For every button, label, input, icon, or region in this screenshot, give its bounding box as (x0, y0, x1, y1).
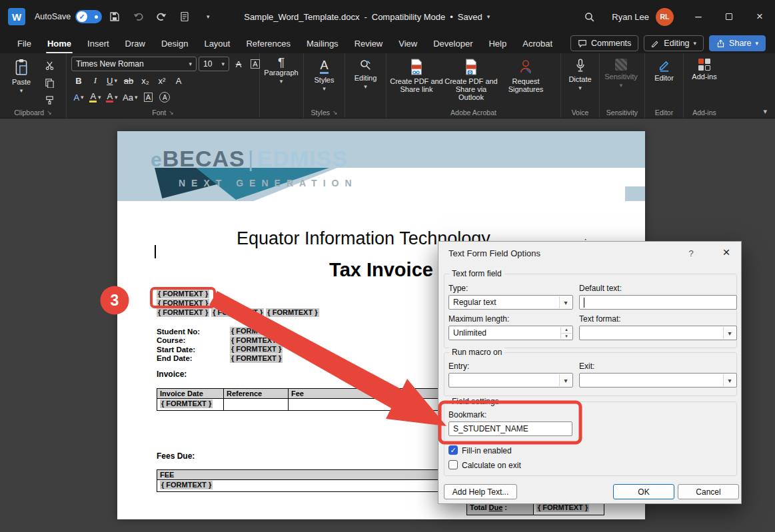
document-title[interactable]: Sample_Word_Template.docx - Compatibilit… (244, 12, 490, 22)
autosave-toggle[interactable]: ✓ (75, 10, 102, 23)
clipboard-group-label[interactable]: Clipboard↘ (0, 109, 66, 117)
font-color-button[interactable]: A▾ (105, 90, 119, 105)
quick-access-more-button[interactable]: ▾ (197, 6, 219, 27)
title-bullet: • (450, 12, 453, 22)
request-signatures-button[interactable]: Request Signatures (498, 57, 553, 93)
undo-button[interactable] (127, 6, 149, 27)
formtext-field[interactable]: { FORMTEXT } (266, 308, 319, 317)
tab-view[interactable]: View (390, 33, 425, 53)
fill-in-enabled-checkbox[interactable]: ✓ (448, 445, 458, 455)
enclose-characters-button[interactable]: A (157, 90, 172, 105)
tab-insert[interactable]: Insert (79, 33, 117, 53)
superscript-button[interactable]: x² (155, 73, 169, 88)
sensitivity-button[interactable]: Sensitivity ▾ (602, 57, 640, 89)
close-button[interactable]: × (744, 0, 775, 33)
exit-macro-select[interactable]: ▾ (579, 373, 737, 388)
tab-layout[interactable]: Layout (196, 33, 238, 53)
chevron-down-icon[interactable]: ▾ (723, 327, 736, 339)
editing-button[interactable]: Editing ▾ (348, 57, 383, 90)
search-icon (584, 11, 595, 23)
tab-draw[interactable]: Draw (117, 33, 153, 53)
addins-button[interactable]: Add-ins (686, 57, 722, 81)
font-size-select[interactable]: 10▾ (199, 57, 229, 71)
tab-review[interactable]: Review (347, 33, 391, 53)
formtext-field[interactable]: { FORMTEXT } (157, 299, 209, 308)
tab-references[interactable]: References (238, 33, 298, 53)
collapse-ribbon-button[interactable]: ▾ (763, 107, 767, 116)
calculate-on-exit-label[interactable]: Calculate on exit (462, 461, 521, 470)
highlight-color-button[interactable]: A▾ (88, 90, 103, 105)
user-name[interactable]: Ryan Lee (612, 12, 649, 22)
font-name-select[interactable]: Times New Roman▾ (71, 57, 197, 71)
formtext-field[interactable]: { FORMTEXT } (157, 308, 209, 317)
formtext-field[interactable]: { FORMTEXT } (230, 327, 283, 336)
phonetic-guide-button[interactable]: A (171, 73, 186, 88)
calculate-on-exit-checkbox[interactable] (448, 460, 458, 469)
minimize-button[interactable]: – (683, 0, 714, 33)
chevron-down-icon[interactable]: ▾ (723, 374, 736, 386)
underline-button[interactable]: U▾ (105, 73, 119, 88)
cancel-button[interactable]: Cancel (678, 484, 739, 499)
paste-button[interactable]: Paste ▾ (3, 57, 40, 94)
tab-mailings[interactable]: Mailings (299, 33, 347, 53)
styles-group-label[interactable]: Styles↘ (304, 109, 345, 117)
fill-in-enabled-label[interactable]: Fill-in enabled (462, 446, 512, 455)
italic-button[interactable]: I (88, 73, 103, 88)
styles-button[interactable]: A Styles ▾ (307, 57, 342, 92)
entry-macro-select[interactable]: ▾ (448, 373, 573, 388)
bold-button[interactable]: B (71, 73, 86, 88)
type-select[interactable]: Regular text ▾ (448, 295, 573, 310)
save-button[interactable] (104, 6, 125, 27)
create-pdf-share-outlook-button[interactable]: Create PDF and Share via Outlook (444, 57, 498, 101)
search-button[interactable] (578, 6, 600, 27)
comments-button[interactable]: Comments (570, 35, 638, 51)
chevron-down-icon[interactable]: ▾ (559, 296, 572, 308)
chevron-down-icon: ▾ (694, 41, 697, 47)
subscript-button[interactable]: x₂ (138, 73, 153, 88)
share-button[interactable]: Share ▾ (709, 35, 766, 51)
default-text-input[interactable] (579, 295, 737, 310)
tab-acrobat[interactable]: Acrobat (514, 33, 560, 53)
formtext-field[interactable]: { FORMTEXT } (230, 354, 283, 363)
bookmark-input[interactable]: S_STUDENT_NAME (448, 421, 572, 436)
maximum-length-spinner[interactable]: Unlimited ▴▾ (448, 326, 573, 340)
text-format-select[interactable]: ▾ (579, 326, 737, 340)
chevron-down-icon[interactable]: ▾ (559, 374, 572, 386)
ok-button[interactable]: OK (613, 484, 674, 499)
tab-file[interactable]: File (9, 33, 39, 53)
copy-button[interactable] (42, 75, 57, 90)
formtext-field[interactable]: { FORMTEXT } (160, 481, 213, 489)
formtext-field[interactable]: { FORMTEXT } (160, 399, 213, 408)
user-avatar[interactable]: RL (656, 8, 674, 26)
spinner-buttons[interactable]: ▴▾ (560, 327, 572, 339)
tab-home[interactable]: Home (39, 33, 79, 53)
cut-button[interactable] (42, 58, 57, 73)
pdf-outlook-icon (464, 59, 478, 75)
strikethrough-button[interactable]: ab (121, 73, 136, 88)
dialog-help-button[interactable]: ? (684, 248, 698, 258)
character-shading-button[interactable]: A (141, 90, 155, 105)
formtext-field[interactable]: { FORMTEXT } (211, 308, 264, 317)
editor-button[interactable]: Editor (648, 57, 680, 82)
read-aloud-button[interactable] (174, 6, 195, 27)
change-case-button[interactable]: Aa▾ (121, 90, 139, 105)
formtext-field[interactable]: { FORMTEXT } (230, 345, 283, 354)
maximize-button[interactable] (714, 0, 744, 33)
formtext-field[interactable]: { FORMTEXT } (230, 336, 283, 345)
tab-help[interactable]: Help (480, 33, 514, 53)
dictate-button[interactable]: Dictate ▾ (564, 57, 596, 91)
add-help-text-button[interactable]: Add Help Text... (444, 484, 517, 499)
create-pdf-share-link-button[interactable]: Create PDF and Share link (389, 57, 444, 93)
paragraph-button[interactable]: ¶ Paragraph ▾ (263, 57, 300, 85)
dialog-close-button[interactable]: × (714, 243, 738, 262)
redo-button[interactable] (151, 6, 172, 27)
format-painter-button[interactable] (42, 93, 57, 107)
tab-design[interactable]: Design (153, 33, 196, 53)
formtext-field[interactable]: { FORMTEXT } (157, 290, 209, 298)
clear-formatting-button[interactable]: A (231, 57, 246, 71)
editing-mode-button[interactable]: Editing ▾ (644, 35, 704, 51)
formtext-field[interactable]: { FORMTEXT } (536, 503, 589, 512)
text-effects-button[interactable]: A▾ (71, 90, 86, 105)
tab-developer[interactable]: Developer (425, 33, 480, 53)
font-group-label[interactable]: Font↘ (67, 109, 259, 117)
